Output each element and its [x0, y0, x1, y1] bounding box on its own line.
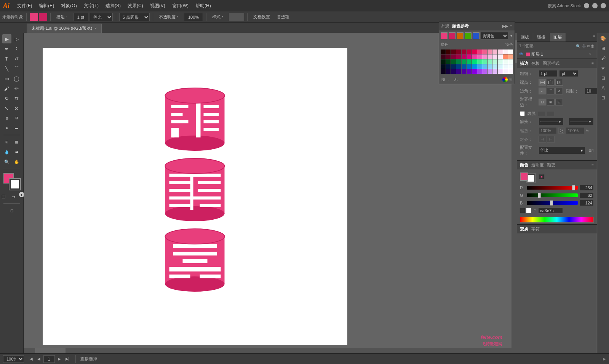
brush-panel-icon[interactable]: 🖌 [599, 54, 607, 62]
touch-type-tool[interactable]: ↕T [12, 54, 21, 63]
swatch-cell[interactable] [462, 64, 467, 69]
swatch-cell[interactable] [482, 54, 487, 59]
last-page-btn[interactable]: ▶| [64, 356, 71, 362]
bevel-join-btn[interactable]: ⊿ [555, 88, 563, 94]
curvature-tool[interactable]: ⌇ [12, 44, 21, 53]
tab-close-button[interactable]: × [94, 26, 97, 30]
swatch-darkpink[interactable] [449, 32, 456, 39]
transform-panel-header[interactable]: 变换 字符 [517, 225, 597, 233]
outside-align-btn[interactable]: ⊟ [555, 99, 563, 105]
menu-view[interactable]: 视图(V) [147, 2, 168, 10]
swatch-cell[interactable] [472, 54, 477, 59]
swatch-cell[interactable] [472, 59, 477, 64]
swatch-cell[interactable] [492, 54, 497, 59]
column-graph-tool[interactable]: ▬ [12, 123, 21, 133]
hex-input[interactable] [538, 208, 563, 214]
miter-join-btn[interactable]: ⌐ [539, 88, 546, 94]
rectangle-tool[interactable]: ▭ [2, 74, 11, 83]
stroke-panel-header[interactable]: 描边 色板 图形样式 ≡ [517, 59, 597, 68]
swatch-tab[interactable]: 色板 [531, 61, 540, 66]
swatch-cell[interactable] [498, 49, 503, 54]
limit-input[interactable] [585, 88, 598, 94]
transform-side-icon[interactable]: ⊡ [599, 94, 607, 102]
swatch-cell[interactable] [441, 69, 446, 74]
selection-tool[interactable]: ▶ [2, 34, 11, 43]
b-thumb[interactable] [550, 200, 553, 206]
search-bar[interactable]: 搜索 Adobe Stock [548, 3, 581, 9]
swatch-cell[interactable] [482, 69, 487, 74]
close-button[interactable] [601, 3, 606, 8]
swatch-cell[interactable] [508, 49, 513, 54]
menu-window[interactable]: 窗口(W) [169, 2, 192, 10]
inside-align-btn[interactable]: ⊞ [547, 99, 555, 105]
swatch-cell[interactable] [462, 49, 467, 54]
link-scale-icon[interactable]: ⛓ [558, 128, 564, 134]
rotate-tool[interactable]: ↻ [2, 94, 11, 103]
gradient-tab[interactable]: 渐变 [547, 162, 555, 168]
square-cap-btn[interactable]: |⊔| [555, 79, 563, 86]
eyedropper-tool[interactable]: 💧 [2, 147, 11, 156]
reflect-tool[interactable]: ⇆ [12, 94, 21, 103]
swatch-cell[interactable] [498, 54, 503, 59]
blend-tool[interactable]: ⇄ [12, 147, 21, 156]
zoom-select[interactable]: 100% [3, 355, 24, 363]
free-transform-tool[interactable]: ⊠ [12, 113, 21, 123]
horizontal-scrollbar[interactable] [24, 348, 517, 353]
harmony-select[interactable]: 协调色 [481, 32, 508, 40]
solid-color-icon[interactable]: ■ [539, 174, 544, 179]
swatch-cell[interactable] [477, 49, 482, 54]
page-input[interactable] [43, 355, 55, 363]
swatch-blue[interactable] [473, 32, 480, 39]
swatch-cell[interactable] [446, 64, 451, 69]
paintbrush-tool[interactable]: 🖌 [2, 84, 11, 93]
pencil-tool[interactable]: ✏ [12, 84, 21, 93]
white-swatch[interactable] [526, 208, 531, 213]
stroke-panel-menu[interactable]: ≡ [591, 61, 594, 65]
swatch-cell[interactable] [456, 54, 461, 59]
stroke-weight-input[interactable] [539, 70, 558, 77]
swatch-cell[interactable] [446, 59, 451, 64]
swatch-cell[interactable] [477, 54, 482, 59]
doc-settings-button[interactable]: 文档设置 [251, 13, 273, 21]
swatch-cell[interactable] [451, 69, 456, 74]
swatch-cell[interactable] [472, 69, 477, 74]
black-swatch[interactable] [520, 208, 525, 213]
swatch-cell[interactable] [492, 69, 497, 74]
menu-file[interactable]: 文件(F) [14, 2, 35, 10]
scale-tool[interactable]: ⤡ [2, 104, 11, 113]
swatch-cell[interactable] [467, 59, 472, 64]
swatch-cell[interactable] [446, 54, 451, 59]
swatch-cell[interactable] [456, 49, 461, 54]
maximize-button[interactable] [592, 3, 598, 8]
swatch-cell[interactable] [508, 64, 513, 69]
opacity-input[interactable] [184, 13, 203, 21]
swatch-cell[interactable] [477, 59, 482, 64]
transform-tab[interactable]: 变换 [520, 226, 528, 232]
typography-icon[interactable]: A [599, 84, 607, 92]
color-guide-icon[interactable]: 🎨 [599, 34, 607, 43]
next-page-btn[interactable]: ▶ [56, 356, 62, 362]
arrow-end-select[interactable]: ▼ [569, 118, 594, 125]
add-layer-icon[interactable]: ➕ [582, 44, 586, 48]
links-tab[interactable]: 链接 [533, 33, 550, 42]
text-tool[interactable]: T [2, 54, 11, 63]
opacity-tab[interactable]: 透明度 [531, 162, 544, 168]
prev-page-btn[interactable]: ◀ [36, 356, 42, 362]
swatch-cell[interactable] [441, 64, 446, 69]
swatch-cell[interactable] [446, 69, 451, 74]
round-join-btn[interactable]: ⌒ [547, 88, 555, 94]
menu-text[interactable]: 文字(T) [81, 2, 102, 10]
swatch-cell[interactable] [462, 59, 467, 64]
swatch-cell[interactable] [482, 49, 487, 54]
swatch-cell[interactable] [467, 54, 472, 59]
color-fill-swatch[interactable] [520, 172, 528, 181]
swatch-cell[interactable] [503, 54, 508, 59]
swatch-cell[interactable] [503, 64, 508, 69]
style-preview[interactable] [229, 13, 244, 21]
b-slider[interactable] [527, 201, 578, 205]
direct-selection-tool[interactable]: ▷ [12, 34, 21, 43]
document-tab[interactable]: 未标题-1.ai @ 100% (RGB/预览) × [27, 24, 102, 33]
menu-select[interactable]: 选择(S) [102, 2, 124, 10]
r-value-input[interactable] [579, 185, 594, 191]
color-panel-header[interactable]: 颜色 透明度 渐变 ≡ [517, 161, 597, 169]
